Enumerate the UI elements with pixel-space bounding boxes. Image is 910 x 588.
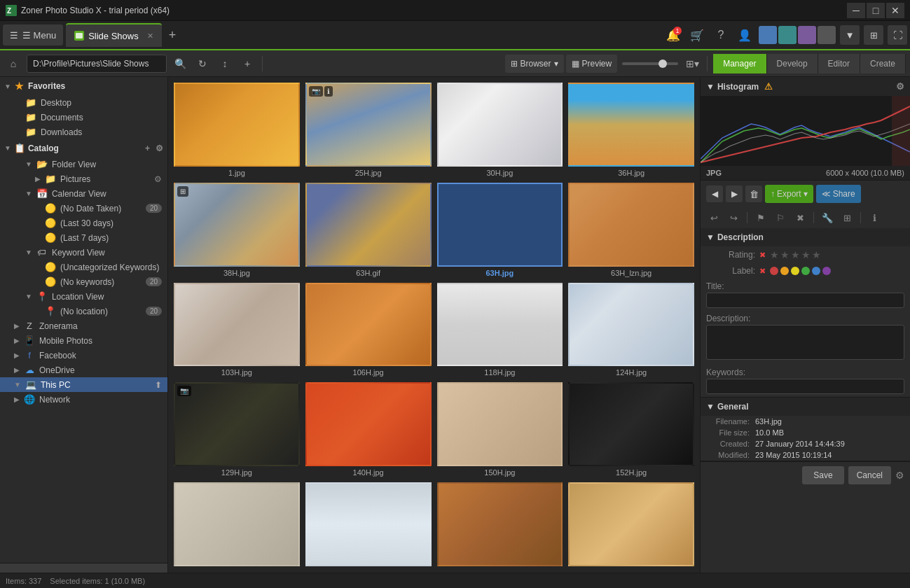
description-header[interactable]: ▼ Description [701,228,910,246]
catalog-header[interactable]: ▼ 📋 Catalog + ⚙ [0,139,167,157]
thumb-wrapper-r3[interactable] [437,482,563,566]
tab-develop[interactable]: Develop [767,54,818,74]
active-tab[interactable]: Slide Shows ✕ [66,23,162,47]
thumbnail-25h[interactable]: 📷 ℹ 25H.jpg [305,83,432,177]
tab-close-icon[interactable]: ✕ [147,31,153,41]
preview-button[interactable]: ▦ Preview [566,55,618,73]
title-input[interactable] [706,293,904,308]
pictures-gear-icon[interactable]: ⚙ [154,174,162,184]
minimize-button[interactable]: ─ [847,3,865,18]
thumb-wrapper-r2[interactable] [305,482,432,566]
star-4[interactable]: ★ [801,249,811,260]
thumb-wrapper-r4[interactable] [568,482,694,566]
thumbnail-63h[interactable]: 63H.jpg [437,183,563,277]
sidebar-item-zonerama[interactable]: ▶ Z Zonerama [0,318,167,333]
expand-button[interactable]: ⛶ [888,25,907,45]
sidebar-item-onedrive[interactable]: ▶ ☁ OneDrive [0,363,167,377]
swatch-gray[interactable] [818,26,836,44]
sidebar-item-keyword-view[interactable]: ▼ 🏷 Keyword View [0,245,167,260]
sidebar-item-pictures[interactable]: ▶ 📁 Pictures ⚙ [0,172,167,186]
user-button[interactable]: 👤 [735,25,754,45]
swatch-teal[interactable] [778,26,797,44]
thumbnail-103h[interactable]: 103H.jpg [174,283,300,377]
zoom-slider-thumb[interactable] [659,59,667,68]
color-dot-yellow[interactable] [791,267,799,275]
tools-button[interactable]: 🔧 [820,210,835,225]
thumb-wrapper-63h[interactable] [437,183,563,267]
color-dot-orange[interactable] [780,267,789,275]
thumb-wrapper-38h[interactable]: ⊞ [174,183,300,267]
next-button[interactable]: ▶ [726,186,743,202]
thumbnail-r1[interactable] [174,482,300,568]
thumb-wrapper-152h[interactable] [568,382,694,466]
thumbnail-r2[interactable] [305,482,432,568]
color-dot-blue[interactable] [812,267,820,275]
sidebar-item-no-location[interactable]: 📍 (No location) 20 [0,304,167,318]
help-button[interactable]: ? [711,25,731,45]
thumb-wrapper-25h[interactable]: 📷 ℹ [305,83,432,167]
thumb-wrapper-1[interactable] [174,83,300,167]
sidebar-item-desktop[interactable]: 📁 Desktop [0,95,167,110]
thumbnail-63h-lzn[interactable]: 63H_lzn.jpg [568,183,694,277]
tab-create[interactable]: Create [860,54,906,74]
thumbnail-30h[interactable]: 30H.jpg [437,83,563,177]
histogram-header[interactable]: ▼ Histogram ⚠ ⚙ [701,77,910,96]
refresh-button[interactable]: ↻ [193,55,212,73]
histogram-gear-icon[interactable]: ⚙ [896,81,904,92]
thumbnail-38h[interactable]: ⊞ 38H.jpg [174,183,300,277]
dropdown-button[interactable]: ▼ [840,25,860,45]
rotate-right-button[interactable]: ↪ [726,210,741,225]
thumb-wrapper-r1[interactable] [174,482,300,566]
description-input[interactable] [706,325,904,360]
layers-button[interactable]: ⊞ [839,210,855,225]
favorites-header[interactable]: ▼ ★ Favorites [0,77,167,95]
thumb-wrapper-103h[interactable] [174,283,300,367]
thumbnail-150h[interactable]: 150H.jpg [437,382,563,477]
sidebar-item-last-30[interactable]: 🟡 (Last 30 days) [0,216,167,230]
zoom-slider-track[interactable] [622,62,678,65]
thumbnail-129h[interactable]: 📷 129H.jpg [174,382,300,477]
notification-button[interactable]: 🔔 1 [663,25,683,45]
sidebar-item-mobile-photos[interactable]: ▶ 📱 Mobile Photos [0,333,167,348]
thumbnail-124h[interactable]: 124H.jpg [568,283,694,377]
thumbnail-140h[interactable]: 140H.jpg [305,382,432,477]
prev-button[interactable]: ◀ [706,186,723,202]
home-button[interactable]: ⌂ [4,55,22,73]
sidebar-item-folder-view[interactable]: ▼ 📂 Folder View [0,157,167,172]
unflag-button[interactable]: ⚐ [773,210,788,225]
thumbnail-106h[interactable]: 106H.jpg [305,283,432,377]
search-button[interactable]: 🔍 [171,55,189,73]
thumbnail-152h[interactable]: 152H.jpg [568,382,694,477]
sidebar-item-no-keywords[interactable]: 🟡 (No keywords) 20 [0,274,167,289]
info-button[interactable]: ℹ [867,210,882,225]
star-1[interactable]: ★ [770,249,779,260]
tab-manager[interactable]: Manager [713,54,766,74]
thumbnail-r3[interactable] [437,482,563,568]
swatch-blue[interactable] [759,26,777,44]
menu-button[interactable]: ☰ ☰ Menu [3,24,63,46]
sidebar-item-location-view[interactable]: ▼ 📍 Location View [0,289,167,304]
thumb-wrapper-63h-lzn[interactable] [568,183,694,267]
sidebar-item-documents[interactable]: 📁 Documents [0,110,167,125]
label-clear-icon[interactable]: ✖ [759,267,766,276]
thumb-wrapper-129h[interactable]: 📷 [174,382,300,466]
close-button[interactable]: ✕ [886,3,904,18]
maximize-button[interactable]: □ [867,3,885,18]
thumb-wrapper-63h-gif[interactable] [305,183,432,267]
sidebar-item-uncategorized[interactable]: 🟡 (Uncategorized Keywords) [0,260,167,274]
thumb-wrapper-124h[interactable] [568,283,694,367]
grid-view-button[interactable]: ⊞▾ [683,55,701,73]
path-input[interactable] [27,55,167,73]
star-2[interactable]: ★ [780,249,790,260]
thumbnail-63h-gif[interactable]: 63H.gif [305,183,432,277]
tab-editor[interactable]: Editor [818,54,860,74]
panel-settings-button[interactable]: ⚙ [895,470,904,481]
sidebar-item-last-7[interactable]: 🟡 (Last 7 days) [0,230,167,245]
keywords-input[interactable] [706,379,904,394]
cart-button[interactable]: 🛒 [687,25,707,45]
sidebar-item-no-date[interactable]: 🟡 (No Date Taken) 20 [0,201,167,216]
thumb-wrapper-36h[interactable] [568,83,694,167]
color-dot-green[interactable] [801,267,810,275]
rotate-left-button[interactable]: ↩ [706,210,722,225]
thumb-wrapper-106h[interactable] [305,283,432,367]
